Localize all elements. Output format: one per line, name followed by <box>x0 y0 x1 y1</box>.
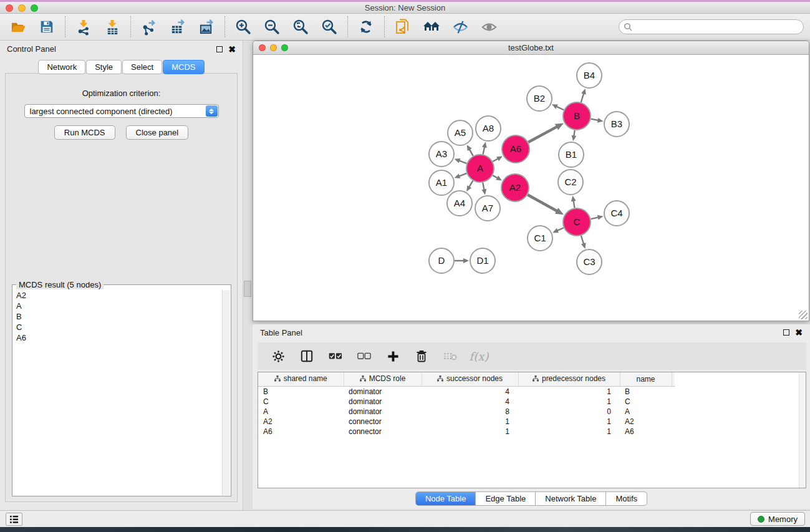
table-row[interactable]: A6connector11A6 <box>258 427 675 437</box>
graph-node-B3[interactable] <box>604 112 629 137</box>
graph-edge-C-C3[interactable] <box>581 236 584 244</box>
deselect-all-columns-button[interactable] <box>356 348 372 364</box>
tab-motifs[interactable]: Motifs <box>605 492 647 505</box>
export-table-button[interactable] <box>168 17 187 36</box>
save-session-button[interactable] <box>37 17 56 36</box>
graph-edge-A-A6[interactable] <box>493 158 498 162</box>
graph-edge-B-B4[interactable] <box>581 94 584 102</box>
graph-edge-A-A2[interactable] <box>493 175 498 178</box>
show-graphics-details-button[interactable] <box>480 17 498 36</box>
graph-node-D1[interactable] <box>470 248 495 273</box>
column-header-predecessor-nodes[interactable]: predecessor nodes <box>518 372 620 386</box>
graph-edge-A-A4[interactable] <box>469 181 473 187</box>
network-canvas[interactable]: AA1A3A5A8A4A7A6A2BB2B4B3B1CC2C4C1C3DD1 <box>253 56 809 321</box>
export-network-button[interactable] <box>140 17 158 36</box>
graph-edge-C-C4[interactable] <box>591 217 598 219</box>
column-header-successor-nodes[interactable]: successor nodes <box>422 372 518 386</box>
result-item[interactable]: A6 <box>13 332 222 343</box>
panel-splitter-handle[interactable] <box>244 281 251 297</box>
close-table-panel-icon[interactable]: ✖ <box>795 329 803 336</box>
graph-node-B4[interactable] <box>577 63 602 88</box>
import-network-button[interactable] <box>74 17 93 36</box>
graph-edge-C-C2[interactable] <box>574 201 575 208</box>
graph-node-A1[interactable] <box>429 170 454 195</box>
graph-edge-A6-B[interactable] <box>528 127 557 142</box>
graph-edge-A-A7[interactable] <box>483 183 484 190</box>
window-resize-grip[interactable] <box>799 311 808 319</box>
graph-node-A6[interactable] <box>502 135 529 163</box>
graph-node-C1[interactable] <box>528 226 552 251</box>
graph-node-B[interactable] <box>563 102 591 130</box>
mcds-result-list[interactable]: A2ABCA6 <box>13 290 222 495</box>
graph-node-C2[interactable] <box>558 170 583 195</box>
show-task-history-button[interactable] <box>6 513 22 526</box>
table-row[interactable]: Bdominator41B <box>258 386 675 397</box>
graph-node-A2[interactable] <box>501 174 529 201</box>
graph-node-B1[interactable] <box>559 142 584 167</box>
open-session-button[interactable] <box>9 17 27 36</box>
graph-node-C3[interactable] <box>577 249 602 274</box>
graph-edge-C-C1[interactable] <box>557 228 564 231</box>
column-header-name[interactable]: name <box>620 372 672 386</box>
graph-edge-B-B1[interactable] <box>574 130 574 137</box>
graph-node-A8[interactable] <box>476 116 501 141</box>
graph-node-B2[interactable] <box>527 86 552 111</box>
column-header-shared-name[interactable]: shared name <box>258 372 344 386</box>
tab-style[interactable]: Style <box>86 60 122 74</box>
result-item[interactable]: A2 <box>13 290 222 301</box>
refresh-button[interactable] <box>357 17 375 36</box>
graph-edge-A-A3[interactable] <box>459 160 466 163</box>
graph-edge-B-B2[interactable] <box>556 107 564 110</box>
hide-graphics-details-button[interactable] <box>451 17 470 36</box>
close-panel-icon[interactable]: ✖ <box>228 46 236 52</box>
zoom-out-button[interactable] <box>263 17 281 36</box>
graph-node-C[interactable] <box>563 208 591 236</box>
search-box[interactable] <box>619 19 804 34</box>
network-from-file-button[interactable] <box>393 17 412 36</box>
network-window-titlebar[interactable]: testGlobe.txt <box>253 41 809 55</box>
table-settings-button[interactable] <box>270 348 286 364</box>
zoom-in-button[interactable] <box>234 17 253 36</box>
tab-node-table[interactable]: Node Table <box>416 492 476 505</box>
create-column-button[interactable] <box>385 348 401 364</box>
table-row[interactable]: Adominator80A <box>258 407 675 417</box>
network-graph[interactable]: AA1A3A5A8A4A7A6A2BB2B4B3B1CC2C4C1C3DD1 <box>253 56 809 321</box>
import-table-button[interactable] <box>103 17 122 36</box>
tab-network[interactable]: Network <box>38 60 85 74</box>
graph-node-C4[interactable] <box>604 201 629 226</box>
close-panel-button[interactable]: Close panel <box>126 125 189 140</box>
criterion-select[interactable]: largest connected component (directed) <box>24 104 219 118</box>
tab-mcds[interactable]: MCDS <box>163 60 204 74</box>
zoom-selected-button[interactable] <box>320 17 339 36</box>
memory-button[interactable]: Memory <box>750 512 805 526</box>
run-mcds-button[interactable]: Run MCDS <box>54 125 115 140</box>
graph-node-A5[interactable] <box>448 120 473 145</box>
graph-node-D[interactable] <box>429 248 454 273</box>
zoom-fit-button[interactable] <box>291 17 310 36</box>
result-item[interactable]: C <box>13 322 222 332</box>
float-panel-icon[interactable] <box>216 46 223 52</box>
float-table-panel-icon[interactable] <box>783 329 789 336</box>
table-row[interactable]: A2connector11A2 <box>258 417 675 427</box>
graph-node-A[interactable] <box>466 155 494 182</box>
table-scrollbar[interactable] <box>799 372 806 488</box>
show-column-panel-button[interactable] <box>299 348 315 364</box>
graph-edge-A-A1[interactable] <box>459 173 466 177</box>
search-input[interactable] <box>633 22 803 32</box>
result-item[interactable]: A <box>13 301 222 311</box>
select-all-columns-button[interactable] <box>327 348 344 364</box>
delete-column-button[interactable] <box>413 348 430 364</box>
export-image-button[interactable] <box>197 17 216 36</box>
graph-edge-A2-C[interactable] <box>528 195 557 211</box>
column-header-mcds-role[interactable]: MCDS role <box>344 372 422 386</box>
tab-network-table[interactable]: Network Table <box>535 492 605 505</box>
result-scrollbar[interactable] <box>222 290 230 495</box>
graph-edge-A-A8[interactable] <box>483 147 485 154</box>
tab-select[interactable]: Select <box>122 60 162 74</box>
tab-edge-table[interactable]: Edge Table <box>475 492 535 505</box>
graph-node-A4[interactable] <box>447 191 472 216</box>
graph-node-A7[interactable] <box>475 196 500 221</box>
graph-edge-B-B3[interactable] <box>591 119 599 120</box>
result-item[interactable]: B <box>13 311 222 322</box>
destroy-network-button[interactable] <box>422 17 441 36</box>
